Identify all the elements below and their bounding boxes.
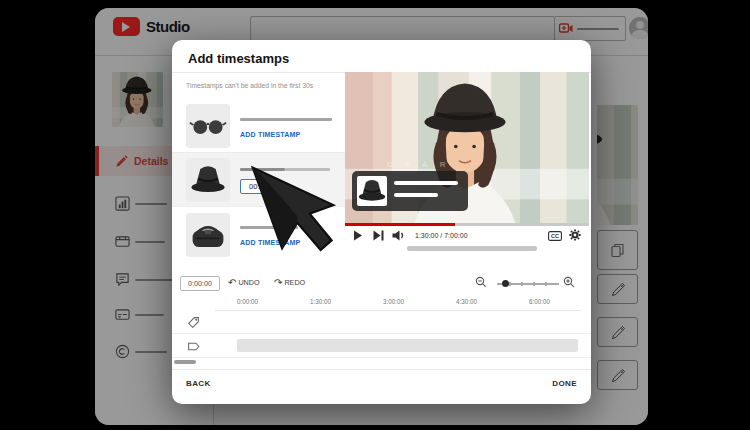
ruler-tick: 3:00:00 (383, 298, 404, 305)
product-thumbnail (186, 213, 230, 257)
undo-button[interactable]: ↶UNDO (228, 277, 260, 288)
cc-label: CC (551, 233, 559, 239)
time-display: 1:30:00 / 7:00:00 (415, 232, 468, 239)
ruler-tick: 1:30:00 (310, 298, 331, 305)
add-timestamps-dialog: Add timestamps Timestamps can't be added… (172, 40, 591, 404)
ruler-tick: 6:00:00 (529, 298, 550, 305)
product-thumbnail (186, 158, 230, 202)
back-button[interactable]: BACK (186, 379, 211, 388)
player-scroll-indicator[interactable] (407, 246, 537, 251)
volume-icon[interactable] (392, 230, 405, 241)
bag-image (186, 213, 230, 257)
timestamps-note: Timestamps can't be added in the first 3… (186, 82, 313, 89)
sunglasses-image (186, 104, 230, 148)
product-tag-icon (187, 316, 200, 329)
product-title-placeholder (240, 118, 332, 121)
label-icon (187, 340, 200, 353)
overlay-subtitle-placeholder (394, 193, 438, 197)
dialog-title: Add timestamps (188, 51, 289, 66)
player-controls: 1:30:00 / 7:00:00 CC (345, 226, 589, 245)
horizontal-scrollbar[interactable] (174, 360, 196, 364)
add-timestamp-link[interactable]: ADD TIMESTAMP (240, 131, 300, 138)
product-thumbnail (186, 104, 230, 148)
overlay-product-thumbnail (357, 176, 387, 206)
hat-image (357, 176, 387, 206)
zoom-out-icon[interactable] (475, 276, 487, 288)
screen: Studio Details (0, 0, 750, 430)
timecode-input[interactable]: 0:00:00 (180, 276, 220, 291)
track-products[interactable] (172, 311, 591, 334)
video-watermark: D Y A R (387, 160, 450, 169)
settings-gear-icon[interactable] (569, 229, 581, 241)
overlay-title-placeholder (394, 181, 458, 185)
video-frame[interactable]: D Y A R (345, 72, 589, 223)
redo-icon: ↷ (274, 277, 282, 288)
undo-icon: ↶ (228, 277, 236, 288)
zoom-slider-handle[interactable] (502, 280, 509, 287)
product-overlay-card[interactable] (352, 171, 468, 211)
ruler-tick: 4:30:00 (456, 298, 477, 305)
product-row-sunglasses: ADD TIMESTAMP (172, 98, 345, 151)
cc-icon[interactable]: CC (548, 231, 562, 241)
hat-image (186, 158, 230, 202)
footer-divider (172, 369, 591, 370)
done-button[interactable]: DONE (552, 379, 577, 388)
video-player: D Y A R (345, 72, 589, 245)
next-icon[interactable] (373, 230, 384, 241)
ruler-tick: 0:00:00 (237, 298, 258, 305)
play-icon[interactable] (353, 230, 363, 241)
timeline-segment[interactable] (237, 339, 578, 352)
zoom-in-icon[interactable] (563, 276, 575, 288)
track-overlays[interactable] (172, 334, 591, 358)
redo-button[interactable]: ↷REDO (274, 277, 305, 288)
